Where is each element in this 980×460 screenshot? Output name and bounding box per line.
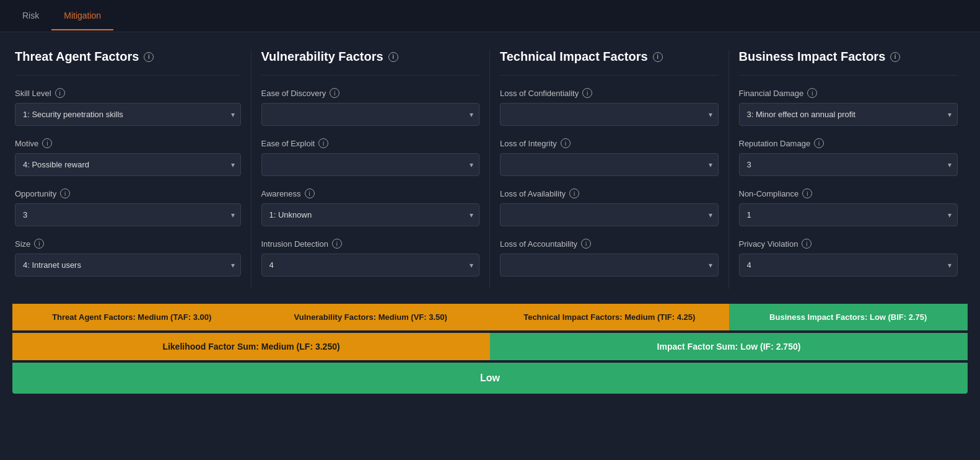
- final-result: Low: [12, 363, 968, 394]
- financial-damage-info-icon[interactable]: i: [807, 88, 817, 98]
- ease-discovery-select[interactable]: [261, 103, 480, 126]
- loss-integrity-group: Loss of Integrity i ▾: [500, 138, 719, 176]
- loss-availability-label: Loss of Availability i: [500, 188, 719, 198]
- business-impact-title: Business Impact Factors i: [739, 50, 958, 64]
- vulnerability-info-icon[interactable]: i: [388, 52, 398, 62]
- financial-damage-group: Financial Damage i 1: Less than the cost…: [739, 88, 958, 126]
- intrusion-detection-info-icon[interactable]: i: [332, 239, 342, 249]
- threat-agent-title-text: Threat Agent Factors: [15, 50, 139, 64]
- privacy-violation-group: Privacy Violation i 123456789 ▾: [739, 239, 958, 276]
- loss-confidentiality-wrapper: ▾: [500, 103, 719, 126]
- loss-availability-info-icon[interactable]: i: [569, 188, 579, 198]
- privacy-violation-select[interactable]: 123456789: [739, 254, 958, 276]
- loss-integrity-info-icon[interactable]: i: [561, 138, 571, 148]
- vulnerability-title: Vulnerability Factors i: [261, 50, 480, 64]
- ease-exploit-wrapper: ▾: [261, 153, 480, 176]
- intrusion-detection-select[interactable]: 123456789: [261, 254, 480, 276]
- reputation-damage-info-icon[interactable]: i: [814, 138, 824, 148]
- opportunity-info-icon[interactable]: i: [60, 188, 70, 198]
- threat-agent-summary: Threat Agent Factors: Medium (TAF: 3.00): [12, 304, 252, 330]
- non-compliance-wrapper: 123456789 ▾: [739, 203, 958, 226]
- vulnerability-title-text: Vulnerability Factors: [261, 50, 383, 64]
- awareness-wrapper: 1: Unknown4: Hidden6: Obvious9: Public k…: [261, 203, 480, 226]
- final-row: Low: [12, 363, 968, 394]
- awareness-label: Awareness i: [261, 188, 480, 198]
- size-info-icon[interactable]: i: [34, 239, 44, 249]
- loss-accountability-info-icon[interactable]: i: [581, 239, 591, 249]
- intrusion-detection-wrapper: 123456789 ▾: [261, 254, 480, 276]
- loss-accountability-wrapper: ▾: [500, 254, 719, 276]
- financial-damage-label: Financial Damage i: [739, 88, 958, 98]
- business-impact-column: Business Impact Factors i Financial Dama…: [729, 50, 968, 289]
- total-row: Likelihood Factor Sum: Medium (LF: 3.250…: [12, 333, 968, 360]
- business-impact-info-icon[interactable]: i: [890, 52, 900, 62]
- loss-availability-wrapper: ▾: [500, 203, 719, 226]
- loss-confidentiality-label: Loss of Confidentiality i: [500, 88, 719, 98]
- business-impact-title-text: Business Impact Factors: [739, 50, 886, 64]
- business-impact-summary: Business Impact Factors: Low (BIF: 2.75): [729, 304, 968, 330]
- loss-integrity-wrapper: ▾: [500, 153, 719, 176]
- size-select[interactable]: 2: Developers4: Intranet users5: Partner…: [15, 254, 241, 276]
- ease-discovery-label: Ease of Discovery i: [261, 88, 480, 98]
- ease-exploit-label: Ease of Exploit i: [261, 138, 480, 148]
- motive-group: Motive i 1: Low or no reward4: Possible …: [15, 138, 241, 176]
- likelihood-total: Likelihood Factor Sum: Medium (LF: 3.250…: [12, 333, 490, 360]
- non-compliance-info-icon[interactable]: i: [802, 188, 812, 198]
- technical-impact-column: Technical Impact Factors i Loss of Confi…: [490, 50, 729, 289]
- opportunity-group: Opportunity i 0123456789 ▾: [15, 188, 241, 226]
- reputation-damage-select[interactable]: 123456789: [739, 153, 958, 176]
- technical-impact-summary: Technical Impact Factors: Medium (TIF: 4…: [490, 304, 729, 330]
- tab-risk[interactable]: Risk: [10, 2, 51, 30]
- vulnerability-column: Vulnerability Factors i Ease of Discover…: [252, 50, 491, 289]
- loss-confidentiality-group: Loss of Confidentiality i ▾: [500, 88, 719, 126]
- financial-damage-select[interactable]: 1: Less than the cost to fix the vulnera…: [739, 103, 958, 126]
- loss-integrity-select[interactable]: [500, 153, 719, 176]
- skill-level-label: Skill Level i: [15, 88, 241, 98]
- opportunity-select[interactable]: 0123456789: [15, 203, 241, 226]
- motive-info-icon[interactable]: i: [42, 138, 52, 148]
- privacy-violation-info-icon[interactable]: i: [802, 239, 812, 249]
- skill-level-wrapper: 1: Security penetration skills3: Network…: [15, 103, 241, 126]
- loss-confidentiality-info-icon[interactable]: i: [582, 88, 592, 98]
- columns-grid: Threat Agent Factors i Skill Level i 1: …: [12, 50, 968, 289]
- threat-agent-title: Threat Agent Factors i: [15, 50, 241, 64]
- non-compliance-select[interactable]: 123456789: [739, 203, 958, 226]
- skill-level-select[interactable]: 1: Security penetration skills3: Network…: [15, 103, 241, 126]
- reputation-damage-group: Reputation Damage i 123456789 ▾: [739, 138, 958, 176]
- size-label: Size i: [15, 239, 241, 249]
- technical-impact-info-icon[interactable]: i: [653, 52, 663, 62]
- motive-wrapper: 1: Low or no reward4: Possible reward9: …: [15, 153, 241, 176]
- ease-exploit-info-icon[interactable]: i: [318, 138, 328, 148]
- loss-confidentiality-select[interactable]: [500, 103, 719, 126]
- intrusion-detection-label: Intrusion Detection i: [261, 239, 480, 249]
- ease-discovery-group: Ease of Discovery i ▾: [261, 88, 480, 126]
- reputation-damage-label: Reputation Damage i: [739, 138, 958, 148]
- tab-bar: Risk Mitigation: [0, 0, 980, 32]
- loss-availability-select[interactable]: [500, 203, 719, 226]
- size-wrapper: 2: Developers4: Intranet users5: Partner…: [15, 254, 241, 276]
- skill-level-info-icon[interactable]: i: [55, 88, 65, 98]
- ease-discovery-wrapper: ▾: [261, 103, 480, 126]
- loss-accountability-group: Loss of Accountability i ▾: [500, 239, 719, 276]
- privacy-violation-label: Privacy Violation i: [739, 239, 958, 249]
- privacy-violation-wrapper: 123456789 ▾: [739, 254, 958, 276]
- loss-integrity-label: Loss of Integrity i: [500, 138, 719, 148]
- impact-total: Impact Factor Sum: Low (IF: 2.750): [490, 333, 968, 360]
- awareness-select[interactable]: 1: Unknown4: Hidden6: Obvious9: Public k…: [261, 203, 480, 226]
- opportunity-label: Opportunity i: [15, 188, 241, 198]
- summary-row: Threat Agent Factors: Medium (TAF: 3.00)…: [12, 304, 968, 330]
- loss-availability-group: Loss of Availability i ▾: [500, 188, 719, 226]
- ease-exploit-select[interactable]: [261, 153, 480, 176]
- awareness-group: Awareness i 1: Unknown4: Hidden6: Obviou…: [261, 188, 480, 226]
- loss-accountability-select[interactable]: [500, 254, 719, 276]
- intrusion-detection-group: Intrusion Detection i 123456789 ▾: [261, 239, 480, 276]
- threat-agent-info-icon[interactable]: i: [144, 52, 154, 62]
- financial-damage-wrapper: 1: Less than the cost to fix the vulnera…: [739, 103, 958, 126]
- size-group: Size i 2: Developers4: Intranet users5: …: [15, 239, 241, 276]
- awareness-info-icon[interactable]: i: [305, 188, 315, 198]
- motive-label: Motive i: [15, 138, 241, 148]
- vulnerability-summary: Vulnerability Factors: Medium (VF: 3.50): [252, 304, 491, 330]
- ease-discovery-info-icon[interactable]: i: [330, 88, 339, 98]
- tab-mitigation[interactable]: Mitigation: [51, 2, 113, 30]
- motive-select[interactable]: 1: Low or no reward4: Possible reward9: …: [15, 153, 241, 176]
